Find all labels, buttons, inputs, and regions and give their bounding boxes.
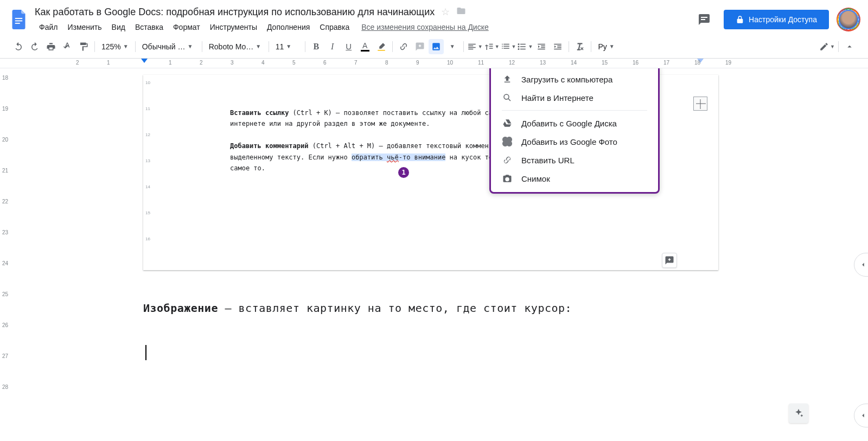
ruler-tick: 25 <box>2 291 8 297</box>
spellcheck-button[interactable] <box>60 39 75 54</box>
ruler-tick: 28 <box>2 384 8 390</box>
saved-status[interactable]: Все изменения сохранены на Диске <box>361 23 489 31</box>
ruler-tick: 3 <box>231 60 234 66</box>
ruler-tick: 27 <box>2 353 8 359</box>
side-expand-button-2[interactable] <box>854 404 868 427</box>
menu-format[interactable]: Формат <box>169 21 205 34</box>
article-text: Изображение – вставляет картинку на то м… <box>143 302 572 315</box>
menu-tools[interactable]: Инструменты <box>206 21 261 34</box>
ruler-tick: 11 <box>145 106 150 111</box>
ruler-tick: 18 <box>694 60 700 66</box>
svg-point-9 <box>506 178 509 181</box>
indent-marker[interactable] <box>141 59 148 63</box>
ruler-vertical[interactable]: 1819202122232425262728 <box>0 68 16 441</box>
paint-format-button[interactable] <box>76 39 91 54</box>
highlight-color-button[interactable] <box>374 39 389 54</box>
account-avatar[interactable] <box>838 9 859 30</box>
align-button[interactable]: ▼ <box>467 39 483 54</box>
undo-button[interactable] <box>11 39 26 54</box>
explore-button[interactable] <box>789 404 808 423</box>
svg-rect-4 <box>701 19 705 20</box>
menu-addons[interactable]: Дополнения <box>263 21 314 34</box>
svg-rect-2 <box>15 23 20 24</box>
ruler-tick: 7 <box>354 60 358 66</box>
style-dropdown[interactable]: Обычный …▼ <box>139 39 199 54</box>
ruler-tick: 19 <box>2 106 8 112</box>
ruler-tick: 4 <box>261 60 265 66</box>
side-expand-button-1[interactable] <box>854 253 868 277</box>
menu-file[interactable]: Файл <box>35 21 62 34</box>
drive-icon <box>502 118 513 128</box>
ruler-tick: 24 <box>2 260 8 266</box>
svg-point-8 <box>504 94 509 99</box>
line-spacing-button[interactable]: ▼ <box>484 39 500 54</box>
ruler-tick: 21 <box>2 168 8 174</box>
share-label: Настройки Доступа <box>749 15 817 24</box>
ruler-tick: 12 <box>145 132 150 137</box>
separator <box>502 110 647 111</box>
ruler-tick: 13 <box>540 60 546 66</box>
open-comments-button[interactable] <box>693 9 715 30</box>
insert-image-menu: Загрузить с компьютера Найти в Интернете… <box>489 68 660 194</box>
p2-wavy: чьё <box>387 154 399 161</box>
ruler-tick: 8 <box>385 60 388 66</box>
decrease-indent-button[interactable] <box>534 39 549 54</box>
clear-format-button[interactable] <box>572 39 588 54</box>
editing-mode-button[interactable]: ▼ <box>819 39 835 54</box>
insert-image-caret[interactable]: ▼ <box>445 39 460 54</box>
menu-upload-from-computer[interactable]: Загрузить с компьютера <box>491 70 658 88</box>
camera-icon <box>502 174 513 183</box>
menu-edit[interactable]: Изменить <box>63 21 106 34</box>
ruler-tick: 14 <box>571 60 577 66</box>
share-button[interactable]: Настройки Доступа <box>724 10 829 29</box>
menu-google-drive[interactable]: Добавить с Google Диска <box>491 114 658 132</box>
separator <box>569 41 569 52</box>
collapse-toolbar-button[interactable] <box>842 39 857 54</box>
insert-link-button[interactable] <box>396 39 411 54</box>
print-button[interactable] <box>43 39 59 54</box>
ruler-tick: 10 <box>145 80 150 85</box>
text-cursor <box>145 345 146 360</box>
menu-help[interactable]: Справка <box>315 21 354 34</box>
svg-point-6 <box>518 46 520 47</box>
folder-icon[interactable] <box>456 6 466 18</box>
separator <box>135 41 136 52</box>
redo-button[interactable] <box>27 39 42 54</box>
add-comment-button[interactable] <box>412 39 427 54</box>
star-icon[interactable]: ☆ <box>441 6 450 18</box>
lock-icon <box>736 15 744 24</box>
docs-logo[interactable] <box>9 9 30 30</box>
menu-search-web-label: Найти в Интернете <box>521 93 593 103</box>
ruler-tick: 2 <box>200 60 203 66</box>
menu-camera[interactable]: Снимок <box>491 169 658 188</box>
numbered-list-button[interactable]: ▼ <box>501 39 516 54</box>
underline-button[interactable]: U <box>341 39 356 54</box>
ruler-horizontal[interactable]: 2112345678910111213141516171819 <box>0 59 868 68</box>
article-bold: Изображение <box>143 302 218 315</box>
bold-button[interactable]: B <box>309 39 324 54</box>
menu-view[interactable]: Вид <box>107 21 130 34</box>
ruler-tick: 19 <box>725 60 731 66</box>
input-tools-dropdown[interactable]: Ру▼ <box>595 39 617 54</box>
menu-search-web[interactable]: Найти в Интернете <box>491 88 658 107</box>
font-size-dropdown[interactable]: 11▼ <box>272 39 302 54</box>
menu-by-url[interactable]: Вставить URL <box>491 151 658 169</box>
ruler-tick: 1 <box>169 60 172 66</box>
increase-indent-button[interactable] <box>550 39 565 54</box>
zoom-dropdown[interactable]: 125%▼ <box>98 39 132 54</box>
ruler-tick: 23 <box>2 229 8 235</box>
header-right: Настройки Доступа <box>693 9 859 30</box>
ruler-tick: 20 <box>2 137 8 143</box>
text-color-button[interactable]: A <box>358 39 373 54</box>
move-handle-icon[interactable] <box>693 97 707 111</box>
document-title[interactable]: Как работать в Google Docs: подробная ин… <box>35 7 435 18</box>
bulleted-list-button[interactable]: ▼ <box>517 39 533 54</box>
insert-image-button[interactable] <box>429 39 444 54</box>
floating-add-comment-button[interactable] <box>662 253 677 268</box>
ruler-tick: 11 <box>478 60 484 66</box>
font-dropdown[interactable]: Roboto Mo…▼ <box>206 39 265 54</box>
menu-insert[interactable]: Вставка <box>131 21 168 34</box>
ruler-tick: 1 <box>107 60 110 66</box>
italic-button[interactable]: I <box>325 39 340 54</box>
menu-google-photos[interactable]: Добавить из Google Фото <box>491 132 658 151</box>
